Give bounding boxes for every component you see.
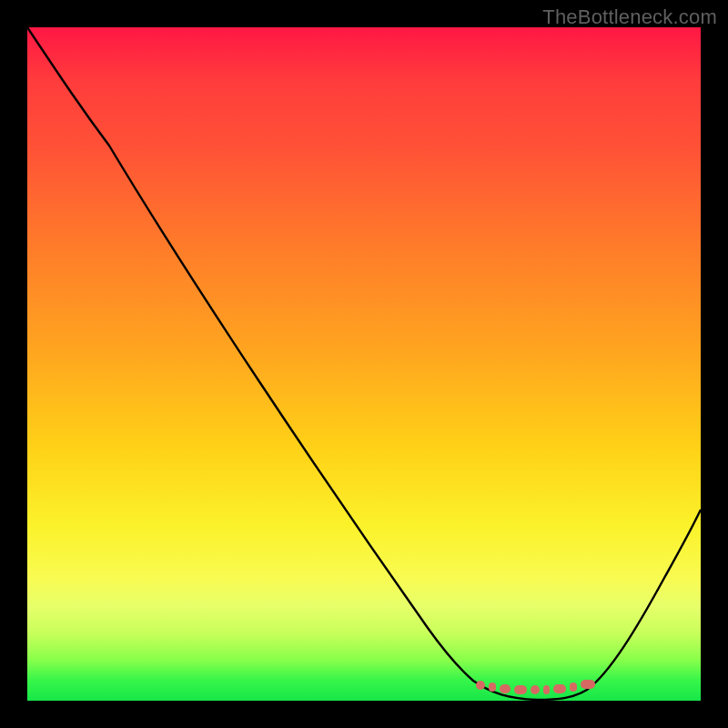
range-dash — [543, 685, 550, 694]
range-dash — [581, 680, 595, 689]
bottleneck-curve — [27, 27, 701, 700]
watermark-text: TheBottleneck.com — [542, 5, 717, 29]
range-dash — [531, 685, 540, 694]
range-dash — [476, 681, 485, 690]
chart-container: TheBottleneck.com — [0, 0, 728, 728]
range-dash — [489, 682, 496, 692]
curve-layer — [27, 27, 701, 701]
range-dash — [500, 684, 511, 693]
range-dash — [570, 682, 577, 692]
optimal-range-marker — [476, 685, 599, 696]
range-dash — [514, 685, 527, 694]
plot-area — [27, 27, 701, 701]
range-dash — [553, 684, 566, 693]
